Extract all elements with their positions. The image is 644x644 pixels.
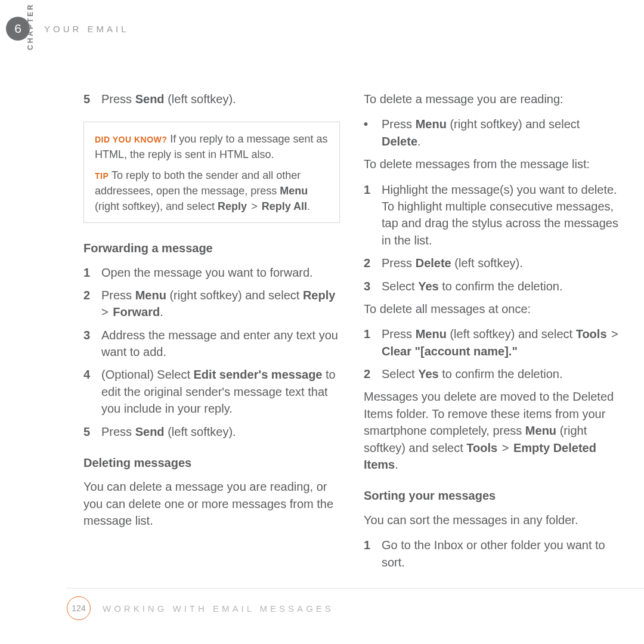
page-header: 6 YOUR EMAIL [6, 17, 620, 41]
chapter-label: CHAPTER [26, 3, 35, 50]
bold-fragment: Tools [466, 441, 497, 454]
step-text: Open the message you want to forward. [101, 264, 340, 281]
text-fragment: Press [101, 92, 135, 106]
text-fragment: (right softkey) and select [166, 289, 303, 302]
delete-list-intro: To delete messages from the message list… [364, 156, 620, 172]
bold-fragment: Reply [218, 200, 247, 212]
bullet-text: Press Menu (right softkey) and select De… [382, 116, 620, 150]
step-number: 1 [364, 181, 373, 249]
bold-fragment: Tools [576, 327, 607, 340]
text-fragment: Press [101, 425, 135, 438]
step-row: 2 Select Yes to confirm the deletion. [364, 366, 620, 382]
step-text: Select Yes to confirm the deletion. [382, 278, 620, 295]
step-row: 3 Address the message and enter any text… [83, 327, 340, 361]
text-fragment: . [417, 135, 421, 148]
bold-fragment: Menu [135, 289, 166, 302]
step-text: (Optional) Select Edit sender's message … [101, 366, 340, 417]
bold-fragment: Forward [113, 305, 160, 318]
bold-fragment: Reply All [262, 200, 307, 212]
text-fragment: to confirm the deletion. [439, 367, 563, 380]
step-number: 5 [83, 423, 93, 440]
text-fragment: Press [382, 256, 416, 270]
text-fragment: (left softkey). [165, 92, 236, 106]
step-row: 1 Go to the Inbox or other folder you wa… [364, 537, 620, 571]
step-text: Press Send (left softkey). [101, 423, 340, 440]
text-fragment: (left softkey) and select [447, 327, 576, 340]
step-text: Press Menu (right softkey) and select Re… [101, 287, 340, 321]
bold-fragment: Yes [418, 367, 438, 380]
text-fragment: . [395, 458, 398, 471]
right-column: To delete a message you are reading: • P… [364, 91, 620, 577]
step-text: Press Send (left softkey). [101, 91, 340, 107]
step-text: Press Delete (left softkey). [382, 255, 620, 271]
sorting-heading: Sorting your messages [364, 487, 620, 504]
bold-fragment: Reply [303, 289, 335, 302]
tip-block: TIP To reply to both the sender and all … [95, 168, 329, 214]
forwarding-heading: Forwarding a message [83, 240, 340, 256]
step-number: 2 [83, 287, 93, 321]
bold-fragment: Delete [382, 135, 417, 148]
sorting-intro: You can sort the messages in any folder. [364, 512, 620, 528]
step-row: 1 Open the message you want to forward. [83, 264, 340, 281]
text-fragment: Select [382, 280, 418, 293]
step-row: 1 Highlight the message(s) you want to d… [364, 181, 620, 249]
step-row: 4 (Optional) Select Edit sender's messag… [83, 366, 340, 417]
bullet-icon: • [364, 116, 373, 150]
text-fragment: > [497, 441, 513, 454]
text-fragment: . [160, 305, 163, 318]
text-fragment: > [247, 200, 262, 212]
step-text: Press Menu (left softkey) and select Too… [382, 326, 620, 360]
bold-fragment: Menu [280, 185, 308, 197]
text-fragment: (right softkey), and select [95, 200, 218, 212]
step-number: 2 [364, 255, 373, 271]
step-row: 5 Press Send (left softkey). [83, 423, 340, 440]
step-row: 5 Press Send (left softkey). [83, 91, 340, 107]
bold-fragment: Yes [418, 280, 438, 293]
step-number: 3 [364, 278, 373, 295]
text-fragment: To reply to both the sender and all othe… [95, 169, 301, 197]
step-text: Address the message and enter any text y… [101, 327, 340, 361]
page-footer: 124 WORKING WITH EMAIL MESSAGES [0, 596, 644, 620]
bold-fragment: Send [135, 425, 165, 438]
page-number: 124 [72, 603, 85, 613]
text-fragment: Select [382, 367, 418, 380]
bold-fragment: Menu [416, 327, 447, 340]
step-text: Select Yes to confirm the deletion. [382, 366, 620, 382]
bold-fragment: Edit sender's message [194, 368, 323, 381]
text-fragment: > [607, 327, 620, 340]
text-fragment: (left softkey). [451, 256, 523, 270]
bullet-row: • Press Menu (right softkey) and select … [364, 116, 620, 150]
deleting-heading: Deleting messages [83, 454, 340, 471]
bold-fragment: Menu [525, 424, 556, 437]
step-text: Go to the Inbox or other folder you want… [382, 537, 620, 571]
footer-divider [67, 588, 644, 589]
step-row: 3 Select Yes to confirm the deletion. [364, 278, 620, 295]
page: 6 YOUR EMAIL CHAPTER 5 Press Send (left … [0, 0, 644, 644]
step-number: 4 [83, 366, 93, 417]
step-number: 2 [364, 366, 373, 382]
text-fragment: (right softkey) and select [447, 117, 580, 131]
deleting-intro: You can delete a message you are reading… [83, 478, 340, 529]
text-fragment: Press [382, 117, 416, 131]
bold-fragment: Clear "[account name]." [382, 345, 518, 358]
step-text: Highlight the message(s) you want to del… [382, 181, 620, 249]
chapter-number: 6 [14, 21, 21, 36]
step-number: 5 [83, 91, 93, 107]
bold-fragment: Menu [416, 117, 447, 131]
chapter-title: YOUR EMAIL [44, 24, 129, 34]
step-row: 1 Press Menu (left softkey) and select T… [364, 326, 620, 360]
callout-box: DID YOU KNOW? If you reply to a message … [83, 122, 340, 223]
tip-label: TIP [95, 171, 109, 181]
step-number: 1 [364, 537, 373, 571]
text-fragment: Press [101, 289, 135, 302]
text-fragment: (Optional) Select [101, 368, 194, 381]
step-number: 3 [83, 327, 93, 361]
text-fragment: (left softkey). [165, 425, 236, 438]
delete-all-intro: To delete all messages at once: [364, 301, 620, 317]
delete-reading-intro: To delete a message you are reading: [364, 91, 620, 107]
text-fragment: Press [382, 327, 416, 340]
did-you-know-block: DID YOU KNOW? If you reply to a message … [95, 132, 329, 162]
step-number: 1 [364, 326, 373, 360]
text-fragment: . [307, 200, 310, 212]
step-row: 2 Press Delete (left softkey). [364, 255, 620, 271]
